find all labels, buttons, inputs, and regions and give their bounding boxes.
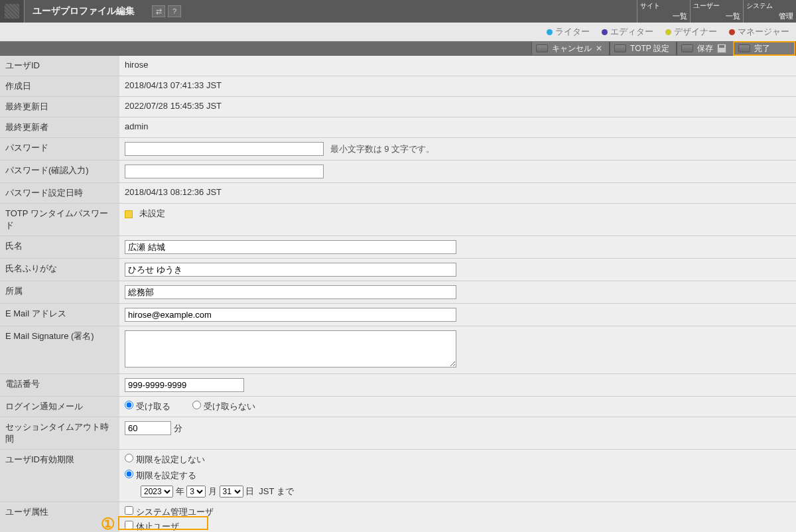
- totp-config-button[interactable]: TOTP 設定: [610, 42, 677, 55]
- done-button[interactable]: 完了: [734, 42, 795, 55]
- expiry-yes-radio[interactable]: [125, 470, 133, 478]
- label-password-set-at: パスワード設定日時: [0, 183, 119, 204]
- phone-input[interactable]: [125, 378, 244, 392]
- toggle-icon: [614, 44, 626, 52]
- login-notify-yes[interactable]: 受け取る: [125, 401, 170, 411]
- gmenu-sub: 管理: [746, 11, 793, 21]
- gmenu-sub: 一覧: [640, 11, 687, 21]
- label-user-attr: ユーザ属性: [0, 502, 119, 533]
- label-dept: 所属: [0, 281, 119, 304]
- role-label: デザイナー: [674, 27, 717, 36]
- login-notify-no[interactable]: 受け取らない: [192, 401, 255, 411]
- expiry-no[interactable]: 期限を設定しない: [125, 454, 205, 464]
- cancel-button[interactable]: キャンセル ✕: [531, 42, 610, 55]
- save-button[interactable]: 保存: [677, 42, 734, 55]
- label-totp: TOTP ワンタイムパスワード: [0, 204, 119, 236]
- label-email: E Mail アドレス: [0, 304, 119, 326]
- form-scroll[interactable]: ユーザID hirose 作成日 2018/04/13 07:41:33 JST…: [0, 56, 796, 532]
- button-label: 保存: [697, 43, 713, 54]
- dot-icon: [602, 29, 608, 35]
- expiry-tail: JST まで: [259, 486, 294, 496]
- nav-button[interactable]: ⇄: [152, 5, 165, 17]
- attr-admin-checkbox[interactable]: [125, 506, 133, 515]
- value-created: 2018/04/13 07:41:33 JST: [119, 76, 796, 97]
- app-logo[interactable]: [0, 0, 24, 23]
- radio-label: 期限を設定しない: [136, 454, 205, 464]
- role-item: エディター: [602, 26, 653, 38]
- status-icon: [125, 210, 133, 218]
- attr-suspended[interactable]: 休止ユーザ: [125, 521, 179, 531]
- gmenu-user[interactable]: ユーザー 一覧: [690, 0, 743, 23]
- gmenu-label: システム: [746, 1, 793, 11]
- password-hint: 最小文字数は 9 文字です。: [330, 144, 434, 154]
- checkbox-label: 休止ユーザ: [136, 521, 179, 531]
- email-input[interactable]: [125, 308, 456, 322]
- radio-label: 受け取らない: [204, 401, 255, 411]
- dept-input[interactable]: [125, 285, 456, 299]
- role-label: エディター: [610, 27, 653, 36]
- gmenu-sub: 一覧: [693, 11, 740, 21]
- value-user-id: hirose: [119, 56, 796, 76]
- value-updated-by: admin: [119, 117, 796, 138]
- dot-icon: [547, 29, 553, 35]
- role-label: ライター: [555, 27, 590, 36]
- value-updated: 2022/07/28 15:45:35 JST: [119, 97, 796, 117]
- label-expiry: ユーザID有効期限: [0, 450, 119, 502]
- label-phone: 電話番号: [0, 374, 119, 397]
- label-login-notify: ログイン通知メール: [0, 397, 119, 417]
- role-item: ライター: [547, 26, 590, 38]
- help-button[interactable]: ?: [168, 5, 181, 17]
- toggle-icon: [738, 44, 750, 52]
- role-legend: ライター エディター デザイナー マネージャー: [0, 23, 796, 41]
- login-notify-no-radio[interactable]: [192, 401, 201, 409]
- label-name: 氏名: [0, 236, 119, 259]
- topbar: ユーザプロファイル編集 ⇄ ? サイト 一覧 ユーザー 一覧 システム 管理: [0, 0, 796, 23]
- totp-status: 未設定: [139, 208, 165, 218]
- timeout-unit: 分: [174, 423, 182, 433]
- label-password: パスワード: [0, 138, 119, 161]
- page-title: ユーザプロファイル編集: [24, 0, 143, 23]
- expiry-day-select[interactable]: 31: [220, 486, 243, 498]
- checkbox-label: システム管理ユーザ: [136, 507, 214, 517]
- name-kana-input[interactable]: [125, 263, 456, 277]
- label-email-sig: E Mail Signature (署名): [0, 326, 119, 374]
- label-password-confirm: パスワード(確認入力): [0, 161, 119, 183]
- unit-label: 日: [245, 486, 254, 496]
- dot-icon: [729, 29, 735, 35]
- login-notify-yes-radio[interactable]: [125, 401, 133, 409]
- dot-icon: [665, 29, 671, 35]
- expiry-no-radio[interactable]: [125, 454, 133, 462]
- gmenu-label: サイト: [640, 1, 687, 11]
- attr-suspended-checkbox[interactable]: [125, 521, 133, 529]
- action-toolbar: キャンセル ✕ TOTP 設定 保存 完了: [0, 41, 796, 56]
- radio-label: 期限を設定する: [136, 470, 196, 480]
- close-icon: ✕: [596, 44, 602, 53]
- toggle-icon: [536, 44, 548, 52]
- expiry-yes[interactable]: 期限を設定する: [125, 470, 196, 480]
- role-item: マネージャー: [729, 26, 789, 38]
- expiry-month-select[interactable]: 3: [186, 486, 206, 498]
- password-confirm-input[interactable]: [125, 165, 324, 178]
- expiry-year-select[interactable]: 2023: [141, 486, 173, 498]
- button-label: キャンセル: [552, 43, 592, 54]
- label-name-kana: 氏名ふりがな: [0, 259, 119, 281]
- password-input[interactable]: [125, 142, 324, 156]
- role-label: マネージャー: [738, 27, 789, 36]
- unit-label: 月: [208, 486, 217, 496]
- timeout-input[interactable]: [125, 421, 171, 435]
- name-input[interactable]: [125, 240, 456, 254]
- unit-label: 年: [176, 486, 184, 496]
- gmenu-system[interactable]: システム 管理: [743, 0, 796, 23]
- email-signature-input[interactable]: [125, 330, 456, 367]
- label-created: 作成日: [0, 76, 119, 97]
- label-user-id: ユーザID: [0, 56, 119, 76]
- role-item: デザイナー: [665, 26, 717, 38]
- attr-admin[interactable]: システム管理ユーザ: [125, 507, 214, 517]
- toggle-icon: [681, 44, 693, 52]
- disk-icon: [717, 44, 726, 53]
- button-label: 完了: [754, 43, 770, 54]
- label-session-timeout: セッションタイムアウト時間: [0, 417, 119, 450]
- global-menus: サイト 一覧 ユーザー 一覧 システム 管理: [637, 0, 796, 23]
- gmenu-site[interactable]: サイト 一覧: [637, 0, 690, 23]
- label-updated-by: 最終更新者: [0, 117, 119, 138]
